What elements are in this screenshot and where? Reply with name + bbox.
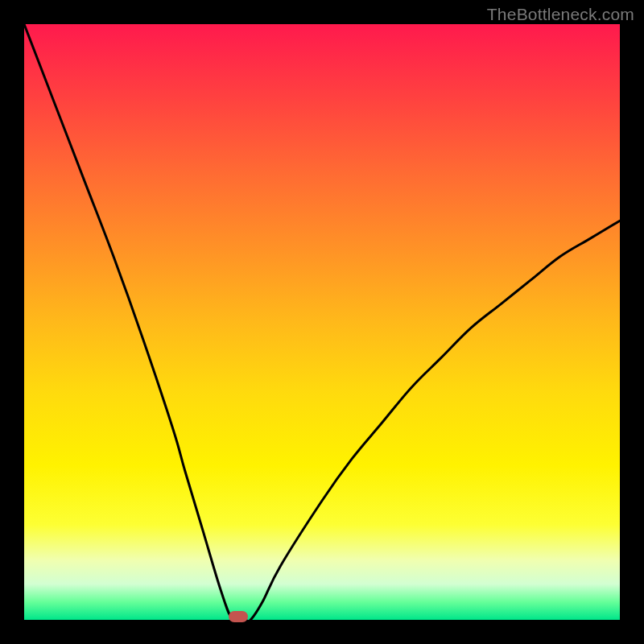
optimal-point-marker — [229, 611, 248, 622]
chart-frame: TheBottleneck.com — [0, 0, 644, 644]
bottleneck-curve — [24, 24, 620, 620]
watermark-text: TheBottleneck.com — [487, 5, 634, 24]
curve-svg — [24, 24, 620, 620]
